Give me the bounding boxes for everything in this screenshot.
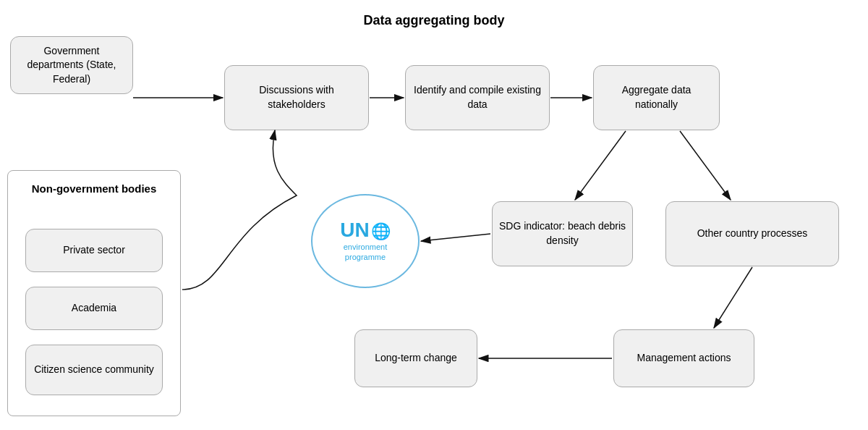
longterm-box: Long-term change	[354, 329, 477, 387]
ngo-title: Non-government bodies	[8, 181, 180, 196]
other-label: Other country processes	[697, 227, 808, 241]
management-label: Management actions	[637, 351, 731, 366]
gov-label: Government departments (State, Federal)	[17, 44, 127, 87]
svg-line-6	[421, 234, 490, 241]
management-box: Management actions	[613, 329, 754, 387]
sdg-label: SDG indicator: beach debris density	[498, 219, 626, 248]
discussions-label: Discussions with stakeholders	[231, 83, 362, 111]
ngo-panel: Non-government bodies Private sector Aca…	[7, 170, 181, 416]
gov-box: Government departments (State, Federal)	[10, 36, 133, 94]
un-logo: UN🌐 environmentprogramme	[311, 194, 420, 288]
aggregate-label: Aggregate data nationally	[600, 83, 713, 111]
aggregate-box: Aggregate data nationally	[593, 65, 720, 130]
citizen-label: Citizen science community	[34, 363, 154, 377]
sdg-box: SDG indicator: beach debris density	[492, 201, 633, 266]
un-sub-text: environmentprogramme	[344, 242, 388, 263]
other-country-box: Other country processes	[665, 201, 839, 266]
un-main-text: UN🌐	[340, 220, 390, 240]
identify-label: Identify and compile existing data	[412, 83, 543, 111]
identify-box: Identify and compile existing data	[405, 65, 550, 130]
academia-box: Academia	[25, 287, 163, 330]
svg-line-5	[680, 131, 731, 200]
academia-label: Academia	[72, 301, 116, 316]
citizen-science-box: Citizen science community	[25, 345, 163, 395]
private-label: Private sector	[63, 243, 125, 258]
private-sector-box: Private sector	[25, 229, 163, 272]
discussions-box: Discussions with stakeholders	[224, 65, 369, 130]
longterm-label: Long-term change	[375, 351, 457, 366]
svg-line-7	[714, 267, 752, 328]
diagram-container: Data aggregating body Government departm…	[0, 0, 868, 430]
svg-line-4	[575, 131, 626, 200]
diagram-title: Data aggregating body	[0, 13, 868, 28]
